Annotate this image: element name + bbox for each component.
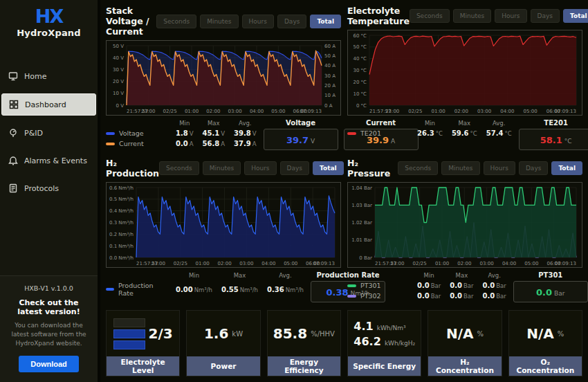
svg-text:0.6 Nm³/h: 0.6 Nm³/h xyxy=(109,185,134,191)
legend-header-min: Min xyxy=(417,272,441,279)
card-o-concentration: N/A%O₂ Concentration xyxy=(508,310,582,376)
level-segment-filled xyxy=(113,329,145,338)
range-button-minutes[interactable]: Minutes xyxy=(203,161,241,175)
svg-text:23:00: 23:00 xyxy=(141,109,155,114)
kpi-cards-row: 2/3Electrolyte Level1.6kWPower85.8%/HHVE… xyxy=(106,310,582,376)
legend-avg-value: 57.4°C xyxy=(486,129,512,137)
value-boxes: PT3010.0BarPT3020.0Bar xyxy=(513,271,588,302)
panel-header: Stack Voltage / Current SecondsMinutesHo… xyxy=(106,6,341,37)
value-box-pt301: PT3010.0Bar xyxy=(513,271,588,302)
range-button-seconds[interactable]: Seconds xyxy=(410,9,450,23)
level-segment-empty xyxy=(113,318,145,327)
range-button-total[interactable]: Total xyxy=(313,161,344,175)
range-button-minutes[interactable]: Minutes xyxy=(441,161,479,175)
sidebar-item-protocols[interactable]: Protocols xyxy=(1,178,96,199)
svg-text:30 A: 30 A xyxy=(324,73,336,79)
svg-text:10 A: 10 A xyxy=(324,93,336,98)
home-icon xyxy=(8,71,18,81)
svg-text:23:00: 23:00 xyxy=(385,109,399,114)
legend-header-max: Max xyxy=(221,272,258,279)
svg-text:0.2 Nm³/h: 0.2 Nm³/h xyxy=(109,232,134,237)
level-indicator xyxy=(113,318,145,349)
sidebar-item-home[interactable]: Home xyxy=(1,66,96,87)
legend-header-min: Min xyxy=(417,120,443,127)
svg-text:1.01 Bar: 1.01 Bar xyxy=(351,237,372,243)
legend-min-value: 1.8V xyxy=(176,129,194,137)
dual-values: 4.1 kWh/Nm³46.2 kWh/kgH₂ xyxy=(353,320,415,348)
svg-text:01:00: 01:00 xyxy=(435,261,449,266)
legend-series-label: PT301 xyxy=(360,282,381,289)
svg-text:02/25: 02/25 xyxy=(174,261,187,266)
range-button-total[interactable]: Total xyxy=(563,9,588,23)
chart-svg: 60 °C50 °C40 °C30 °C20 °C10 °C0 °C21:57:… xyxy=(348,30,582,115)
value-box-frame: 58.1°C xyxy=(519,129,588,150)
legend-series-pt301: PT301 xyxy=(347,282,408,289)
chart-svg: 1.04 Bar1.03 Bar1.02 Bar1.01 Bar0 Bar21:… xyxy=(348,183,582,267)
range-button-hours[interactable]: Hours xyxy=(244,161,276,175)
legend-series-te201: TE201 xyxy=(347,129,408,137)
card-label: Energy Efficiency xyxy=(268,356,340,376)
panel-title: Stack Voltage / Current xyxy=(106,6,156,37)
legend-avg-value: 39.8V xyxy=(234,129,257,137)
update-body: You can download the latest software fro… xyxy=(7,321,91,348)
svg-text:07:09:13: 07:09:13 xyxy=(313,261,335,266)
range-button-total[interactable]: Total xyxy=(310,15,341,28)
svg-text:07:09:13: 07:09:13 xyxy=(555,109,576,114)
card-label: Electrolyte Level xyxy=(107,356,179,376)
brand-name: HydroXpand xyxy=(0,28,98,38)
range-button-days[interactable]: Days xyxy=(277,15,306,28)
legend-series-label: Current xyxy=(119,140,144,147)
range-button-days[interactable]: Days xyxy=(519,161,548,175)
range-button-seconds[interactable]: Seconds xyxy=(159,161,199,175)
card-electrolyte-level: 2/3Electrolyte Level xyxy=(106,310,180,376)
range-button-hours[interactable]: Hours xyxy=(495,9,526,23)
svg-text:05:00: 05:00 xyxy=(524,261,538,266)
card-h-concentration: N/A%H₂ Concentration xyxy=(428,310,502,376)
range-button-hours[interactable]: Hours xyxy=(484,161,515,175)
range-button-total[interactable]: Total xyxy=(551,161,582,175)
sidebar-item-alarms-events[interactable]: Alarms & Events xyxy=(1,150,96,171)
range-button-minutes[interactable]: Minutes xyxy=(200,15,238,28)
range-button-days[interactable]: Days xyxy=(531,9,560,23)
svg-text:02/25: 02/25 xyxy=(413,261,427,266)
svg-text:02:00: 02:00 xyxy=(457,261,471,266)
value-box-label: Voltage xyxy=(264,119,338,127)
svg-text:05:00: 05:00 xyxy=(284,261,297,266)
svg-text:01:00: 01:00 xyxy=(432,109,445,114)
value-box-label: TE201 xyxy=(519,119,588,127)
protocols-icon xyxy=(8,183,18,193)
panel-h-pressure: H₂ Pressure SecondsMinutesHoursDaysTotal… xyxy=(347,158,582,303)
legend-swatch xyxy=(106,288,114,291)
card-value: 85.8%/HHV xyxy=(268,311,340,356)
panel-header: H₂ Production SecondsMinutesHoursDaysTot… xyxy=(106,158,341,179)
legend-table: MinMaxAvg.PT3010.0Bar0.0Bar0.0BarPT3020.… xyxy=(347,271,506,300)
range-button-days[interactable]: Days xyxy=(280,161,309,175)
card-label: H₂ Concentration xyxy=(428,356,501,376)
range-button-seconds[interactable]: Seconds xyxy=(156,15,196,28)
range-button-minutes[interactable]: Minutes xyxy=(453,9,491,23)
download-button[interactable]: Download xyxy=(19,356,79,372)
card-unit: % xyxy=(558,330,564,338)
legend-series-label: Voltage xyxy=(119,129,144,137)
chart-area: 1.04 Bar1.03 Bar1.02 Bar1.01 Bar0 Bar21:… xyxy=(347,182,582,268)
svg-text:20 A: 20 A xyxy=(324,83,336,89)
svg-text:02:00: 02:00 xyxy=(217,261,231,266)
card-unit: % xyxy=(477,330,484,338)
svg-text:0.0 Nm³/h: 0.0 Nm³/h xyxy=(109,255,134,261)
svg-text:0 °C: 0 °C xyxy=(356,103,367,109)
value-box-value: 58.1 xyxy=(540,135,562,145)
legend-series-voltage: Voltage xyxy=(106,129,167,137)
range-button-seconds[interactable]: Seconds xyxy=(398,161,438,175)
legend-max-value: 0.0Bar xyxy=(450,292,473,300)
value-box-value: 39.7 xyxy=(286,135,309,145)
legend-header-max: Max xyxy=(203,120,226,127)
sidebar-footer: HXB-V1 v.1.0.0 Check out the latest vers… xyxy=(0,275,98,382)
sidebar-item-p-id[interactable]: P&ID xyxy=(1,122,96,143)
card-label: Specific Energy xyxy=(348,356,421,376)
sidebar-item-dashboard[interactable]: Dashboard xyxy=(1,93,96,116)
card-main-value: N/A xyxy=(526,325,554,342)
level-segment-filled xyxy=(113,340,145,349)
legend-avg-value: 37.9A xyxy=(234,140,257,147)
range-button-hours[interactable]: Hours xyxy=(242,15,274,28)
card-main-value: N/A xyxy=(446,325,474,342)
